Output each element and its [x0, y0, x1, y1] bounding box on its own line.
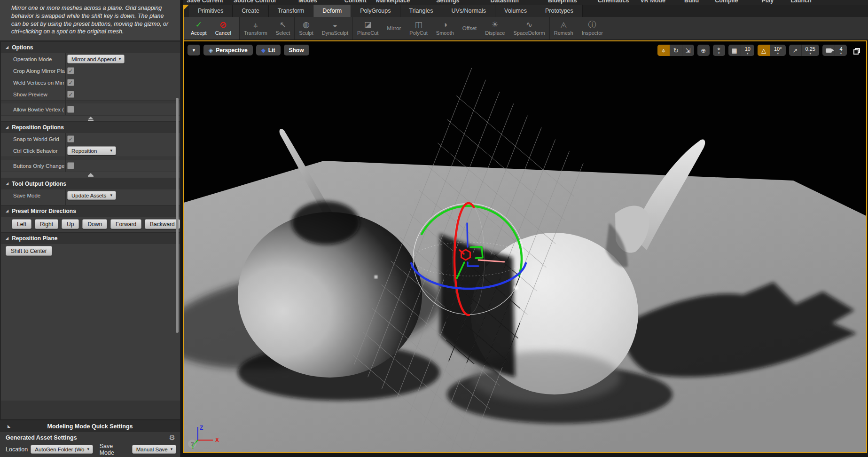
spacedeform-tool-button[interactable]: ∿ SpaceDeform — [509, 17, 549, 39]
grid-snap-toggle-button[interactable]: ▦ — [728, 45, 741, 56]
tool-label: Remesh — [554, 30, 573, 36]
crop-along-mirror-checkbox[interactable]: ✓ — [67, 67, 74, 74]
select-tool-button[interactable]: ↖ Select — [272, 17, 295, 39]
menu-cinematics[interactable]: Cinematics — [598, 0, 629, 5]
section-header-tool-output[interactable]: ◢ Tool Output Options — [1, 178, 180, 189]
tab-deform[interactable]: Deform — [313, 5, 351, 17]
cancel-button[interactable]: ⊘ Cancel — [211, 17, 235, 39]
smooth-tool-button[interactable]: ◑ Smooth — [432, 17, 458, 39]
allow-bowtie-checkbox[interactable]: ✓ — [67, 106, 74, 113]
check-icon: ✓ — [68, 80, 73, 86]
perspective-button[interactable]: ◈ Perspective — [203, 45, 253, 55]
mirror-left-button[interactable]: Left — [12, 219, 31, 229]
shift-to-center-button[interactable]: Shift to Center — [6, 246, 52, 256]
maximize-viewport-button[interactable] — [852, 45, 862, 56]
column-divider[interactable] — [65, 53, 66, 115]
panel-scrollbar[interactable] — [176, 98, 179, 333]
section-header-reposition-options[interactable]: ◢ Reposition Options — [1, 121, 180, 133]
viewport-options-dropdown[interactable]: ▼ — [188, 45, 200, 55]
tab-triangles[interactable]: Triangles — [400, 5, 443, 17]
menu-compile[interactable]: Compile — [715, 0, 738, 5]
show-button[interactable]: Show — [284, 45, 309, 55]
snap-world-grid-checkbox[interactable]: ✓ — [67, 135, 74, 142]
column-divider[interactable] — [65, 189, 66, 205]
menu-source-control[interactable]: Source Control — [234, 0, 276, 5]
accept-button[interactable]: ✓ Accept — [187, 17, 211, 39]
buttons-only-change-checkbox[interactable]: ✓ — [67, 162, 74, 169]
ctrl-click-behavior-dropdown[interactable]: Reposition ▾ — [67, 146, 116, 155]
reposition-collapse-expander[interactable] — [1, 172, 180, 178]
gear-icon[interactable]: ⚙ — [169, 433, 175, 442]
location-dropdown[interactable]: AutoGen Folder (Wo ▾ — [31, 445, 93, 454]
menu-play[interactable]: Play — [762, 0, 774, 5]
operation-mode-dropdown[interactable]: Mirror and Append ▾ — [67, 55, 125, 63]
menu-launch[interactable]: Launch — [790, 0, 811, 5]
menu-save-current[interactable]: Save Current — [187, 0, 223, 5]
remesh-triangle-icon: ◬ — [561, 20, 567, 30]
scale-snap-toggle-button[interactable]: ↗ — [789, 45, 801, 56]
mirror-tool-button[interactable]: Mirror — [383, 17, 405, 39]
surface-snapping-button[interactable]: ⌖ ▾ — [713, 45, 725, 56]
mirror-down-button[interactable]: Down — [82, 219, 107, 229]
mirror-right-button[interactable]: Right — [35, 219, 58, 229]
inspector-tool-button[interactable]: ⓘ Inspector — [578, 17, 607, 39]
rotation-snap-toggle-button[interactable]: △ — [758, 45, 770, 56]
lit-mode-button[interactable]: ◆ Lit — [256, 45, 281, 55]
menu-modes[interactable]: Modes — [298, 0, 317, 5]
world-local-toggle-button[interactable]: ⊕ — [697, 45, 710, 56]
displace-tool-button[interactable]: ☀ Displace — [481, 17, 509, 39]
menu-datasmith[interactable]: Datasmith — [491, 0, 519, 5]
column-divider[interactable] — [65, 133, 66, 172]
tab-uvs-normals[interactable]: UVs/Normals — [442, 5, 495, 17]
section-expanded-icon: ◢ — [6, 209, 8, 213]
menu-settings[interactable]: Settings — [436, 0, 459, 5]
mirror-up-button[interactable]: Up — [62, 219, 79, 229]
row-label: Operation Mode — [1, 56, 65, 62]
viewport-topleft-toolbar: ▼ ◈ Perspective ◆ Lit Show — [188, 45, 309, 55]
tab-primitives[interactable]: Primitives — [189, 5, 233, 17]
section-header-reposition-plane[interactable]: ◢ Reposition Plane — [1, 232, 180, 244]
section-header-options[interactable]: ◢ Options — [1, 41, 180, 53]
dynasculpt-tool-button[interactable]: ◒ DynaSculpt — [318, 17, 352, 39]
grid-snap-value-button[interactable]: 10 ▾ — [741, 45, 754, 56]
rotation-snap-value-button[interactable]: 10° ▾ — [770, 45, 786, 56]
tab-label: Primitives — [198, 8, 223, 14]
transform-tool-button[interactable]: ↔↕ Transform — [240, 17, 272, 39]
accept-check-icon: ✓ — [195, 20, 202, 30]
menu-vr-mode[interactable]: VR Mode — [640, 0, 665, 5]
section-header-preset-mirror[interactable]: ◢ Preset Mirror Directions — [1, 205, 180, 217]
modeling-quick-settings: ◣ Modeling Mode Quick Settings Generated… — [0, 419, 180, 457]
quick-settings-title: Modeling Mode Quick Settings — [47, 423, 133, 430]
camera-speed-button[interactable] — [822, 45, 835, 56]
offset-tool-button[interactable]: Offset — [458, 17, 481, 39]
menu-marketplace[interactable]: Marketplace — [376, 0, 410, 5]
mirror-backward-button[interactable]: Backward — [145, 219, 180, 229]
planecut-tool-button[interactable]: ◪ PlaneCut — [353, 17, 383, 39]
quick-save-mode-dropdown[interactable]: Manual Save ▾ — [132, 445, 176, 454]
rotate-mode-button[interactable]: ↻ — [670, 45, 682, 56]
tab-prototypes[interactable]: Prototypes — [536, 5, 583, 17]
move-mode-button[interactable]: ↔↕ — [657, 45, 670, 56]
scale-mode-button[interactable]: ⇲ — [682, 45, 694, 56]
scale-snap-value-button[interactable]: 0.25 ▾ — [801, 45, 819, 56]
menu-blueprints[interactable]: Blueprints — [548, 0, 577, 5]
mirror-forward-button[interactable]: Forward — [110, 219, 141, 229]
menu-content[interactable]: Content — [344, 0, 367, 5]
menu-build[interactable]: Build — [684, 0, 699, 5]
options-collapse-expander[interactable] — [1, 115, 180, 121]
tab-polygroups[interactable]: PolyGroups — [351, 5, 400, 17]
camera-speed-value-button[interactable]: 4 ▾ — [835, 45, 847, 56]
tab-create[interactable]: Create — [233, 5, 269, 17]
quick-settings-header[interactable]: ◣ Modeling Mode Quick Settings — [0, 420, 180, 432]
tab-volumes[interactable]: Volumes — [495, 5, 536, 17]
weld-vertices-checkbox[interactable]: ✓ — [67, 79, 74, 86]
rotation-snap-value: 10° — [774, 46, 782, 52]
tab-transform[interactable]: Transform — [269, 5, 314, 17]
section-title: Preset Mirror Directions — [12, 208, 76, 214]
polycut-tool-button[interactable]: ◫ PolyCut — [405, 17, 432, 39]
viewport-canvas[interactable]: ZXY? ▼ ◈ Perspective ◆ Lit Show — [183, 40, 867, 453]
sculpt-tool-button[interactable]: ◍ Sculpt — [295, 17, 318, 39]
show-preview-checkbox[interactable]: ✓ — [67, 91, 74, 98]
save-mode-dropdown[interactable]: Update Assets ▾ — [67, 191, 116, 200]
remesh-tool-button[interactable]: ◬ Remesh — [550, 17, 578, 39]
